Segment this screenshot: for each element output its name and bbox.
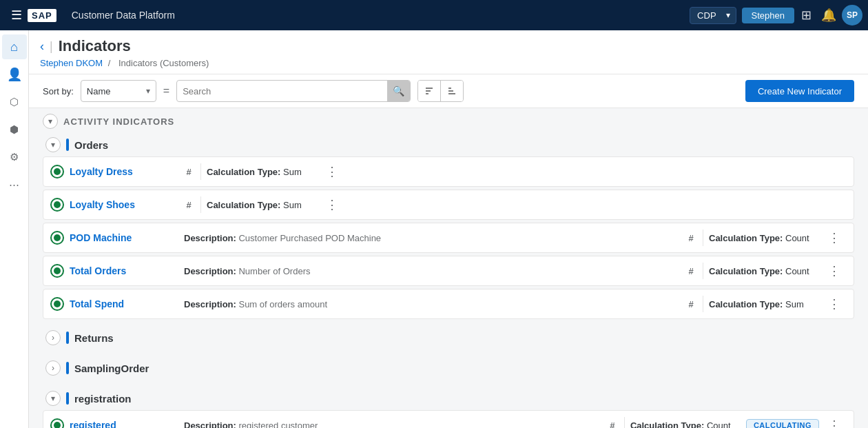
more-options-button[interactable]: ⋮ [825,294,844,314]
row-divider [703,263,703,279]
more-options-button[interactable]: ⋮ [825,261,844,281]
returns-collapse-button[interactable]: › [45,330,61,345]
calc-type: Calculation Type: Count [709,233,819,243]
section-samplingorder-header[interactable]: › SamplingOrder [43,355,854,380]
indicator-name[interactable]: Loyalty Dress [70,166,173,177]
breadcrumb-current: Indicators (Customers) [118,58,209,68]
search-input[interactable] [177,86,387,96]
more-options-button[interactable]: ⋮ [825,228,844,247]
status-icon [50,297,64,311]
home-icon: ⌂ [10,40,18,54]
create-indicator-button[interactable]: Create New Indicator [745,80,854,102]
breadcrumb-sep: / [108,58,111,68]
sidebar-item-analytics[interactable]: ⬡ [2,90,27,114]
calc-type: Calculation Type: Count [709,266,819,276]
row-divider [703,230,703,246]
section-orders-header[interactable]: ▾ Orders [43,132,854,156]
activity-collapse-button[interactable]: ▾ [43,114,58,129]
sort-asc-button[interactable] [441,81,463,101]
indicator-row: registered Description: registered custo… [43,410,854,428]
row-divider [624,417,625,428]
indicator-description: Description: Number of Orders [178,266,675,276]
sort-label: Sort by: [43,86,74,96]
search-icon: 🔍 [393,85,404,96]
section-registration: ▾ registration registered Description: r… [43,385,854,428]
returns-collapse-icon: › [52,333,54,343]
indicator-name[interactable]: Total Spend [70,298,173,309]
section-returns: › Returns [43,325,854,349]
registration-collapse-button[interactable]: ▾ [45,391,61,406]
grid-icon[interactable]: ⊞ [801,8,812,23]
page-title: Indicators [59,37,131,55]
indicator-description: Description: Sum of orders amount [178,299,675,309]
samplingorder-collapse-button[interactable]: › [45,360,61,376]
section-samplingorder: › SamplingOrder [43,355,854,380]
sidebar-item-share[interactable]: ⬢ [2,117,27,142]
avatar[interactable]: SP [842,5,862,26]
calc-type: Calculation Type: Count [630,420,741,429]
section-registration-header[interactable]: ▾ registration [43,385,854,410]
sort-desc-icon [424,85,435,96]
hash-icon [685,266,697,276]
sidebar-item-home[interactable]: ⌂ [2,34,27,59]
sidebar: ⌂ 👤 ⬡ ⬢ ⚙ ⋯ [0,30,29,428]
main-layout: ⌂ 👤 ⬡ ⬢ ⚙ ⋯ ‹ | Indicators Stephen DKOM [0,30,868,428]
status-icon [50,264,64,278]
more-options-button[interactable]: ⋮ [322,162,342,181]
indicator-name[interactable]: registered [70,420,173,428]
bell-icon[interactable]: 🔔 [821,8,836,23]
calc-type: Calculation Type: Sum [207,200,317,210]
content-area: ‹ | Indicators Stephen DKOM / Indicators… [29,30,868,428]
sidebar-item-users[interactable]: 👤 [2,62,27,87]
calc-type: Calculation Type: Sum [207,167,317,177]
hash-icon [183,200,195,210]
sort-select[interactable]: Name [81,80,156,102]
row-divider [200,163,201,180]
cdp-dropdown[interactable]: CDP [690,7,736,24]
status-icon [50,418,64,428]
sort-equals: = [163,85,169,97]
indicator-name[interactable]: Total Orders [70,265,173,276]
content-header: ‹ | Indicators Stephen DKOM / Indicators… [29,30,868,74]
status-icon [50,231,64,245]
samplingorder-section-title: SamplingOrder [74,363,149,374]
stephen-button[interactable]: Stephen [742,8,794,23]
breadcrumb-link[interactable]: Stephen DKOM [40,58,103,68]
orders-collapse-button[interactable]: ▾ [45,137,61,152]
more-options-button[interactable]: ⋮ [322,195,342,214]
more-options-button[interactable]: ⋮ [825,416,844,428]
calc-type: Calculation Type: Sum [709,299,819,309]
indicator-description: Description: registered customer [178,420,597,429]
toolbar: Sort by: Name = 🔍 [29,74,868,108]
status-icon [50,165,64,179]
sidebar-item-settings[interactable]: ⚙ [2,145,27,170]
sort-desc-button[interactable] [418,81,441,101]
registration-section-bar [66,392,69,405]
activity-banner: ▾ ACTIVITY INDICATORS [43,108,854,132]
hamburger-icon[interactable]: ☰ [6,8,28,23]
sidebar-item-more[interactable]: ⋯ [2,172,27,197]
share-icon: ⬢ [10,123,19,136]
indicator-row: POD Machine Description: Customer Purcha… [43,223,854,253]
sort-asc-icon [446,85,457,96]
indicator-name[interactable]: Loyalty Shoes [70,199,173,210]
calculating-badge: CALCULATING [746,419,819,428]
activity-title: ACTIVITY INDICATORS [63,116,174,127]
returns-section-title: Returns [74,332,114,344]
registration-collapse-icon: ▾ [51,394,55,403]
sap-logo: SAP [28,9,56,22]
section-returns-header[interactable]: › Returns [43,325,854,349]
nav-separator: | [50,39,53,54]
search-button[interactable]: 🔍 [387,81,410,101]
orders-section-bar [66,139,69,151]
indicator-name[interactable]: POD Machine [70,232,173,243]
hash-icon [685,299,697,309]
sort-select-value: Name [87,86,111,96]
status-icon [50,198,64,212]
samplingorder-collapse-icon: › [52,363,54,373]
indicator-row: Total Orders Description: Number of Orde… [43,256,854,286]
back-button[interactable]: ‹ [40,40,44,52]
hash-icon [606,420,619,429]
registration-section-title: registration [74,393,132,405]
search-box: 🔍 [176,80,411,102]
